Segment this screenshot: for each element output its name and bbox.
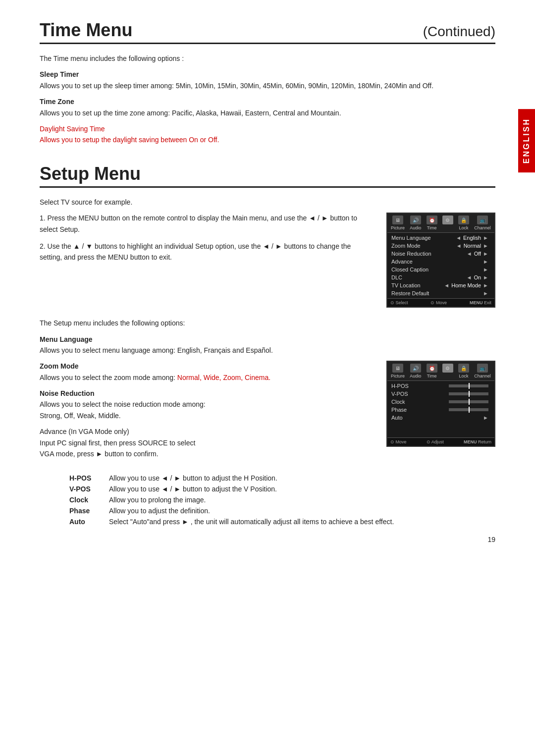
noise-reduction-desc: Allows you to select the noise reduction… bbox=[40, 399, 372, 410]
tv-icon-lock: 🔒 Lock bbox=[458, 216, 469, 230]
menu-language-label: Menu Language bbox=[40, 335, 93, 343]
tv-icon2-lock: 🔒 Lock bbox=[458, 364, 469, 378]
tv-icon2-audio: 🔊 Audio bbox=[410, 364, 421, 378]
tv-row-restore: Restore Default ► bbox=[387, 289, 494, 297]
setup-options-intro: The Setup menu includes the following op… bbox=[40, 318, 495, 328]
tv-menu-1-rows: Menu Language ◄ English ► Zoom Mode ◄ No… bbox=[387, 233, 494, 298]
tv-menu-1-box: 🖥 Picture 🔊 Audio ⏰ Time ⚙ bbox=[386, 213, 495, 308]
tv-icon2-setup: ⚙ bbox=[442, 364, 453, 378]
tv-menu-2-footer: ⊙ Move ⊙ Adjust MENU Return bbox=[387, 437, 494, 446]
time-menu-continued: (Continued) bbox=[423, 24, 495, 40]
tv-row-zoom-mode: Zoom Mode ◄ Normal ► bbox=[387, 242, 494, 250]
tv-vga-auto: Auto ► bbox=[387, 414, 494, 422]
daylight-saving-label: Daylight Saving Time bbox=[40, 125, 105, 133]
time-menu-title: Time Menu bbox=[40, 20, 132, 41]
tv-icon2-time: ⏰ Time bbox=[427, 364, 437, 378]
time-zone-desc: Allows you to set up the time zone among… bbox=[40, 108, 495, 118]
setup-menu-header: Setup Menu bbox=[40, 163, 495, 188]
tv-menu-2-icons: 🖥 Picture 🔊 Audio ⏰ Time ⚙ bbox=[387, 362, 494, 381]
time-menu-header: Time Menu (Continued) bbox=[40, 20, 495, 44]
setup-options-section: Zoom Mode Allows you to select the zoom … bbox=[40, 361, 495, 464]
tv-menu-1-footer: ⊙ Select ⊙ Move MENU Exit bbox=[387, 298, 494, 307]
setup-menu-section: Setup Menu Select TV source for example.… bbox=[40, 163, 495, 526]
tv-menu-2-box: 🖥 Picture 🔊 Audio ⏰ Time ⚙ bbox=[386, 361, 495, 447]
time-menu-intro: The Time menu includes the following opt… bbox=[40, 53, 495, 64]
sleep-timer-block: Sleep Timer Allows you to set up the sle… bbox=[40, 69, 495, 91]
tv-row-menu-language: Menu Language ◄ English ► bbox=[387, 234, 494, 242]
menu-language-block: Menu Language Allows you to select menu … bbox=[40, 334, 495, 356]
tv-row-noise: Noise Reduction ◄ Off ► bbox=[387, 250, 494, 258]
setup-steps: 1. Press the MENU button on the remote c… bbox=[40, 213, 372, 308]
sleep-timer-desc: Allows you to set up the sleep timer amo… bbox=[40, 80, 495, 91]
advance-label: Advance (In VGA Mode only) bbox=[40, 426, 372, 437]
advance-line1: Input PC signal first, then press SOURCE… bbox=[40, 437, 372, 448]
side-tab: ENGLISH bbox=[518, 109, 535, 172]
daylight-saving-desc: Allows you to setup the daylight saving … bbox=[40, 134, 495, 145]
advance-line2: VGA mode, press ► button to confirm. bbox=[40, 448, 372, 459]
param-clock: Clock Allow you to prolong the image. bbox=[69, 496, 495, 504]
setup-intro: Select TV source for example. bbox=[40, 197, 495, 208]
tv-icon2-picture: 🖥 Picture bbox=[391, 364, 405, 378]
tv-icon-time: ⏰ Time bbox=[427, 216, 437, 230]
time-zone-label: Time Zone bbox=[40, 98, 74, 106]
menu-language-desc: Allows you to select menu language among… bbox=[40, 345, 495, 356]
tv-row-dlc: DLC ◄ On ► bbox=[387, 273, 494, 281]
daylight-saving-block: Daylight Saving Time Allows you to setup… bbox=[40, 123, 495, 146]
noise-reduction-block: Noise Reduction Allows you to select the… bbox=[40, 388, 372, 421]
advance-block: Advance (In VGA Mode only) Input PC sign… bbox=[40, 426, 372, 459]
noise-reduction-desc2: Strong, Off, Weak, Middle. bbox=[40, 410, 372, 421]
time-zone-block: Time Zone Allows you to set up the time … bbox=[40, 96, 495, 118]
tv-menu-2: 🖥 Picture 🔊 Audio ⏰ Time ⚙ bbox=[386, 361, 495, 464]
tv-menu-1-icons: 🖥 Picture 🔊 Audio ⏰ Time ⚙ bbox=[387, 214, 494, 233]
tv-icon-setup: ⚙ bbox=[442, 216, 453, 230]
sleep-timer-label: Sleep Timer bbox=[40, 70, 79, 78]
tv-vga-vpos: V-POS bbox=[387, 390, 494, 398]
tv-menu-2-spacer bbox=[387, 423, 494, 437]
noise-reduction-label: Noise Reduction bbox=[40, 389, 94, 397]
setup-step1: 1. Press the MENU button on the remote c… bbox=[40, 213, 372, 235]
setup-step2: 2. Use the ▲ / ▼ buttons to highlight an… bbox=[40, 241, 372, 263]
param-phase: Phase Allow you to adjust the definition… bbox=[69, 507, 495, 515]
tv-vga-clock: Clock bbox=[387, 398, 494, 406]
param-hpos: H-POS Allow you to use ◄ / ► button to a… bbox=[69, 474, 495, 482]
tv-icon-channel: 📺 Channel bbox=[474, 216, 491, 230]
tv-icon-audio: 🔊 Audio bbox=[410, 216, 421, 230]
param-auto: Auto Select "Auto"and press ► , the unit… bbox=[69, 518, 495, 526]
tv-vga-phase: Phase bbox=[387, 406, 494, 414]
tv-row-advance: Advance ► bbox=[387, 258, 494, 266]
setup-step-section: 1. Press the MENU button on the remote c… bbox=[40, 213, 495, 308]
setup-menu-title: Setup Menu bbox=[40, 163, 141, 184]
page-number: 19 bbox=[487, 536, 495, 543]
tv-vga-hpos: H-POS bbox=[387, 382, 494, 390]
zoom-mode-desc: Allows you to select the zoom mode among… bbox=[40, 372, 372, 383]
tv-menu-1: 🖥 Picture 🔊 Audio ⏰ Time ⚙ bbox=[386, 213, 495, 308]
param-vpos: V-POS Allow you to use ◄ / ► button to a… bbox=[69, 485, 495, 493]
tv-icon2-channel: 📺 Channel bbox=[474, 364, 491, 378]
tv-row-closed-caption: Closed Caption ► bbox=[387, 266, 494, 273]
param-table: H-POS Allow you to use ◄ / ► button to a… bbox=[40, 474, 495, 526]
tv-menu-2-rows: H-POS V-POS Clock Phase bbox=[387, 381, 494, 423]
zoom-noise-advance: Zoom Mode Allows you to select the zoom … bbox=[40, 361, 372, 464]
tv-row-tv-location: TV Location ◄ Home Mode ► bbox=[387, 281, 494, 289]
tv-icon-picture: 🖥 Picture bbox=[391, 216, 405, 230]
zoom-mode-label: Zoom Mode bbox=[40, 362, 79, 370]
zoom-mode-block: Zoom Mode Allows you to select the zoom … bbox=[40, 361, 372, 383]
